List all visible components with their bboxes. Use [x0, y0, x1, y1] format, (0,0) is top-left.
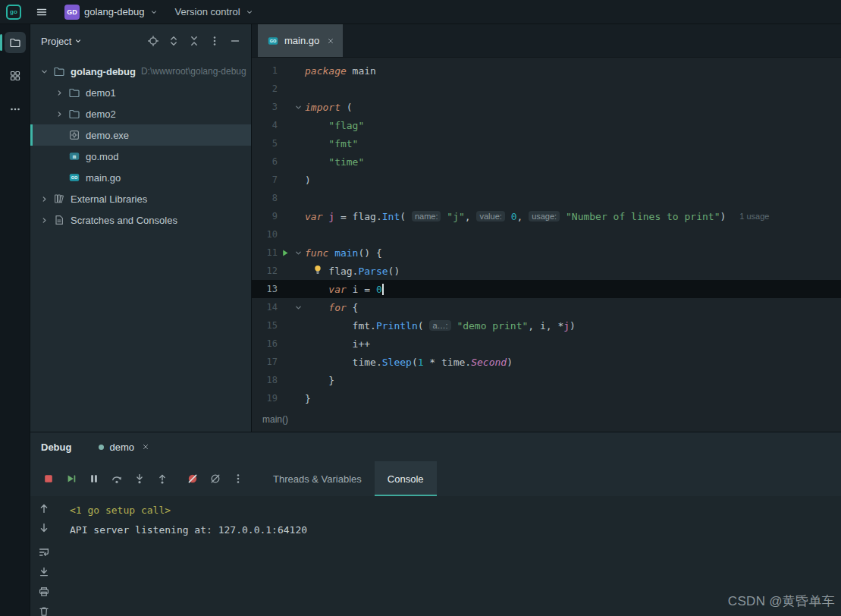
line-number[interactable]: 16 [252, 338, 278, 349]
code-editor[interactable]: 1package main23import (4 "flag"5 "fmt"6 … [252, 58, 841, 407]
minimize-button[interactable] [226, 33, 243, 50]
debug-session-tab-demo[interactable]: demo [93, 432, 156, 461]
app-logo[interactable]: go [6, 5, 21, 20]
arrow-up-button[interactable] [36, 501, 52, 516]
fold-chevron-icon[interactable] [291, 303, 305, 313]
line-number[interactable]: 11 [252, 247, 278, 258]
tree-item-external-libraries[interactable]: External Libraries [30, 188, 251, 209]
tree-item-demo1[interactable]: demo1 [30, 82, 251, 103]
line-number[interactable]: 7 [252, 174, 278, 185]
tree-item-demo-exe[interactable]: demo.exe [30, 124, 251, 146]
code-token: Parse [358, 266, 388, 277]
more-vertical-button[interactable] [206, 33, 223, 50]
chevron-right-icon[interactable] [52, 88, 67, 98]
code-line-6[interactable]: 6 "time" [252, 152, 841, 171]
version-control-widget[interactable]: Version control [170, 4, 259, 20]
code-token: , [465, 211, 477, 222]
tree-item-scratches-and-consoles[interactable]: Scratches and Consoles [30, 209, 251, 231]
run-icon[interactable] [278, 248, 291, 258]
tree-item-go-mod[interactable]: mgo.mod [30, 146, 251, 167]
code-line-2[interactable]: 2 [252, 80, 841, 98]
tool-window-button-more-tool-windows[interactable] [5, 99, 26, 120]
code-line-7[interactable]: 7) [252, 171, 841, 189]
chevron-right-icon[interactable] [52, 109, 67, 119]
hamburger-menu-button[interactable] [32, 2, 52, 22]
line-number[interactable]: 3 [252, 102, 278, 112]
project-view-selector[interactable]: Project [41, 36, 83, 47]
chevron-right-icon[interactable] [36, 194, 52, 204]
line-number[interactable]: 18 [252, 375, 278, 385]
code-line-18[interactable]: 18 } [252, 371, 841, 389]
code-line-17[interactable]: 17 time.Sleep(1 * time.Second) [252, 353, 841, 371]
fold-chevron-icon[interactable] [291, 248, 305, 258]
code-line-8[interactable]: 8 [252, 189, 841, 207]
code-line-3[interactable]: 3import ( [252, 98, 841, 116]
mute-breakpoints-button[interactable] [182, 469, 202, 489]
arrow-down-button[interactable] [36, 520, 52, 536]
line-number[interactable]: 9 [252, 211, 278, 222]
line-number[interactable]: 13 [252, 284, 278, 294]
step-into-button[interactable] [129, 469, 149, 489]
close-session-button[interactable] [141, 442, 150, 451]
code-line-14[interactable]: 14 for { [252, 298, 841, 316]
line-number[interactable]: 15 [252, 320, 278, 331]
line-number[interactable]: 4 [252, 120, 278, 130]
resume-button[interactable] [61, 469, 81, 489]
line-number[interactable]: 14 [252, 302, 278, 313]
trash-button[interactable] [36, 604, 52, 616]
breadcrumb-main[interactable]: main() [252, 407, 841, 432]
pause-button[interactable] [83, 469, 104, 489]
line-number[interactable]: 8 [252, 193, 278, 203]
tree-item-main-go[interactable]: GOmain.go [30, 167, 251, 188]
code-line-9[interactable]: 9var j = flag.Int( name: "j", value: 0, … [252, 207, 841, 225]
line-number[interactable]: 12 [252, 266, 278, 276]
locate-icon [147, 35, 159, 47]
code-line-5[interactable]: 5 "fmt" [252, 134, 841, 152]
line-number[interactable]: 5 [252, 138, 278, 149]
code-line-13[interactable]: 13 var i = 0 [252, 280, 841, 298]
code-line-12[interactable]: 12 flag.Parse() [252, 262, 841, 280]
fold-chevron-icon[interactable] [291, 102, 305, 112]
tool-window-button-structure[interactable] [5, 65, 26, 86]
line-number[interactable]: 6 [252, 156, 278, 167]
soft-wrap-button[interactable] [36, 545, 52, 560]
code-line-4[interactable]: 4 "flag" [252, 116, 841, 134]
tree-item-demo2[interactable]: demo2 [30, 103, 251, 124]
code-line-11[interactable]: 11func main() { [252, 244, 841, 262]
disable-breakpoints-button[interactable] [205, 469, 225, 489]
line-number[interactable]: 19 [252, 393, 278, 404]
console-output[interactable]: <1 go setup call>API server listening at… [58, 496, 841, 616]
project-widget[interactable]: GD golang-debug [59, 2, 164, 22]
scroll-end-button[interactable] [36, 564, 52, 580]
line-number[interactable]: 17 [252, 357, 278, 367]
close-tab-button[interactable] [326, 36, 335, 46]
code-line-15[interactable]: 15 fmt.Println( a…: "demo print", i, *j) [252, 316, 841, 335]
editor-tab-bar: GO main.go [252, 24, 841, 58]
line-number[interactable]: 2 [252, 83, 278, 94]
chevron-right-icon[interactable] [36, 215, 52, 225]
intention-bulb-icon[interactable] [312, 264, 324, 278]
collapse-all-button[interactable] [185, 33, 202, 50]
code-line-16[interactable]: 16 i++ [252, 335, 841, 353]
tool-window-button-project[interactable] [5, 32, 26, 53]
code-text: time.Sleep(1 * time.Second) [305, 353, 841, 371]
line-number[interactable]: 1 [252, 65, 278, 76]
step-out-button[interactable] [152, 469, 172, 489]
code-token [505, 211, 511, 222]
tree-item-golang-debug[interactable]: golang-debugD:\wwwroot\golang-debug [30, 61, 251, 82]
step-over-button[interactable] [106, 469, 127, 489]
locate-button[interactable] [144, 33, 162, 50]
editor-tab-main-go[interactable]: GO main.go [258, 24, 343, 57]
code-line-10[interactable]: 10 [252, 225, 841, 244]
more-vertical-button[interactable] [228, 469, 248, 489]
code-line-1[interactable]: 1package main [252, 61, 841, 80]
expand-all-button[interactable] [165, 33, 182, 50]
usage-hint[interactable]: 1 usage [739, 212, 769, 221]
code-line-19[interactable]: 19} [252, 389, 841, 407]
stop-button[interactable] [38, 469, 58, 489]
printer-button[interactable] [36, 584, 52, 599]
chevron-down-icon[interactable] [36, 67, 52, 77]
tab-console[interactable]: Console [375, 461, 437, 496]
tab-threads-variables[interactable]: Threads & Variables [260, 461, 375, 496]
line-number[interactable]: 10 [252, 229, 278, 240]
